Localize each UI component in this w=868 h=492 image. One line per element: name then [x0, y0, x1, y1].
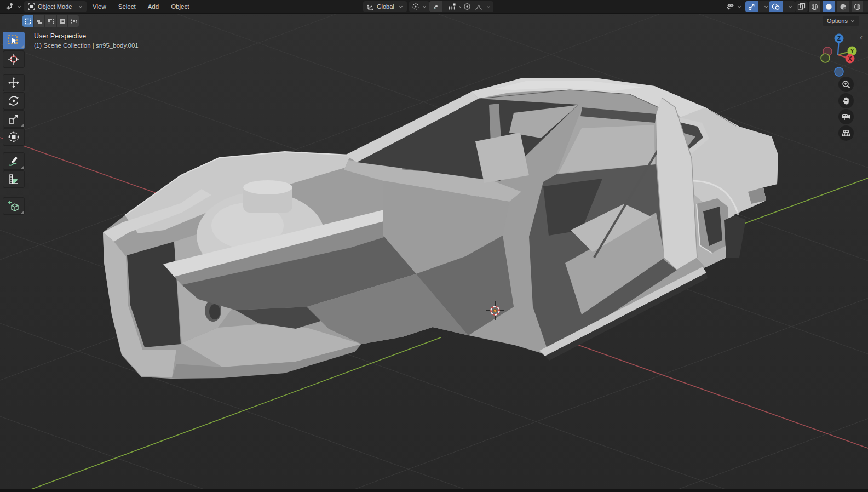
shading-group — [809, 1, 868, 12]
annotate-icon — [7, 155, 20, 168]
move-icon — [7, 76, 20, 89]
select-mode-intersect[interactable] — [68, 15, 79, 27]
editor-type-button[interactable] — [3, 1, 24, 12]
camera-icon — [841, 112, 852, 121]
tool-scale[interactable] — [3, 110, 25, 128]
menu-view[interactable]: View — [89, 2, 110, 11]
orientation-axes-icon — [367, 3, 374, 10]
snap-toggle[interactable] — [429, 1, 442, 12]
view-perspective-label: User Perspective — [34, 32, 86, 40]
select-mode-extend[interactable] — [34, 15, 44, 27]
chevron-down-icon — [422, 5, 427, 8]
overlays-dropdown[interactable] — [785, 1, 795, 12]
xray-toggle[interactable] — [795, 1, 808, 12]
solid-sphere-icon — [825, 3, 832, 10]
chevron-down-icon — [737, 5, 741, 8]
show-gizmo-toggle[interactable] — [745, 1, 758, 12]
pan-button[interactable] — [838, 93, 854, 108]
svg-text:X: X — [848, 56, 852, 62]
tool-rotate[interactable] — [3, 92, 25, 110]
tool-annotate[interactable] — [3, 152, 25, 170]
scale-icon — [7, 112, 20, 125]
viewport-scene — [0, 13, 868, 489]
shading-material-button[interactable] — [837, 1, 849, 12]
perspective-toggle-button[interactable] — [838, 125, 854, 141]
select-mode-group — [22, 15, 79, 27]
select-subtract-icon — [48, 18, 54, 25]
select-mode-set[interactable] — [22, 15, 33, 27]
visibility-eye-icon — [726, 3, 734, 10]
select-mode-subtract[interactable] — [45, 15, 56, 27]
wireframe-sphere-icon — [811, 3, 818, 10]
shading-dropdown[interactable] — [866, 1, 868, 12]
zoom-icon — [841, 79, 851, 89]
gizmo-icon — [748, 3, 756, 10]
select-intersect-icon — [71, 18, 77, 25]
add-cube-icon — [7, 199, 20, 213]
shading-solid-button[interactable] — [823, 1, 835, 12]
transform-icon — [7, 130, 20, 144]
magnet-icon — [432, 3, 439, 10]
select-box-icon — [7, 34, 20, 47]
menu-add[interactable]: Add — [144, 2, 163, 11]
chevron-down-icon — [17, 5, 21, 8]
orientation-label: Global — [377, 3, 394, 10]
menu-object[interactable]: Object — [167, 2, 193, 11]
tool-select-box[interactable] — [3, 32, 25, 49]
menu-select[interactable]: Select — [114, 2, 140, 11]
tool-measure[interactable] — [3, 170, 25, 188]
rendered-sphere-icon — [854, 3, 861, 10]
chevron-down-icon — [788, 5, 792, 8]
mode-dropdown[interactable]: Object Mode — [24, 1, 87, 12]
chevron-down-icon[interactable] — [486, 5, 491, 8]
mode-label: Object Mode — [38, 3, 72, 10]
select-set-icon — [25, 18, 31, 25]
shading-wireframe-button[interactable] — [809, 1, 820, 12]
car-model[interactable] — [103, 78, 778, 379]
svg-text:Z: Z — [837, 36, 841, 42]
editor-3d-viewport-icon — [5, 3, 14, 10]
transform-orientation-dropdown[interactable]: Global — [363, 1, 407, 12]
overlays-icon — [772, 3, 780, 10]
show-overlays-toggle[interactable] — [769, 1, 783, 12]
options-label: Options — [827, 18, 848, 24]
shading-rendered-button[interactable] — [852, 1, 863, 12]
select-invert-icon — [59, 18, 66, 25]
tool-add-cube[interactable] — [3, 197, 25, 215]
navigation-gizmo[interactable]: Z Y X — [817, 31, 861, 81]
select-mode-invert[interactable] — [57, 15, 67, 27]
gizmo-axis-neg-z[interactable] — [835, 67, 843, 76]
proportional-edit-group — [461, 1, 493, 12]
material-sphere-icon — [840, 3, 847, 10]
options-button[interactable]: Options — [823, 16, 859, 26]
overlays-group — [769, 1, 795, 12]
pivot-point-icon — [412, 3, 419, 10]
zoom-button[interactable] — [838, 77, 854, 92]
menu-bar: View Select Add Object — [89, 0, 193, 13]
editor-divider — [0, 489, 868, 492]
rotate-icon — [7, 94, 20, 107]
3d-viewport[interactable] — [0, 13, 868, 489]
tool-transform[interactable] — [3, 128, 25, 146]
gizmo-axis-x[interactable]: X — [846, 54, 855, 64]
object-visibility-dropdown[interactable] — [723, 1, 744, 12]
select-extend-icon — [36, 18, 43, 25]
rear-wheel-arch — [724, 215, 746, 258]
chevron-down-icon — [78, 5, 83, 8]
perspective-grid-icon — [841, 129, 851, 138]
blender-window: { "header": { "mode": "Object Mode", "me… — [0, 0, 868, 492]
hand-icon — [841, 96, 851, 106]
falloff-curve-icon[interactable] — [474, 3, 483, 10]
gizmo-axis-z[interactable]: Z — [835, 34, 844, 43]
tool-cursor[interactable] — [3, 50, 25, 68]
gizmos-group — [745, 1, 771, 12]
svg-text:Y: Y — [850, 48, 854, 54]
camera-view-button[interactable] — [838, 109, 854, 124]
proportional-edit-icon[interactable] — [463, 3, 471, 10]
xray-icon — [797, 3, 806, 10]
tool-move[interactable] — [3, 74, 25, 91]
object-mode-icon — [28, 3, 35, 10]
measure-icon — [7, 173, 20, 186]
pivot-point-dropdown[interactable] — [409, 1, 429, 12]
gizmo-axis-neg-y[interactable] — [821, 54, 830, 62]
